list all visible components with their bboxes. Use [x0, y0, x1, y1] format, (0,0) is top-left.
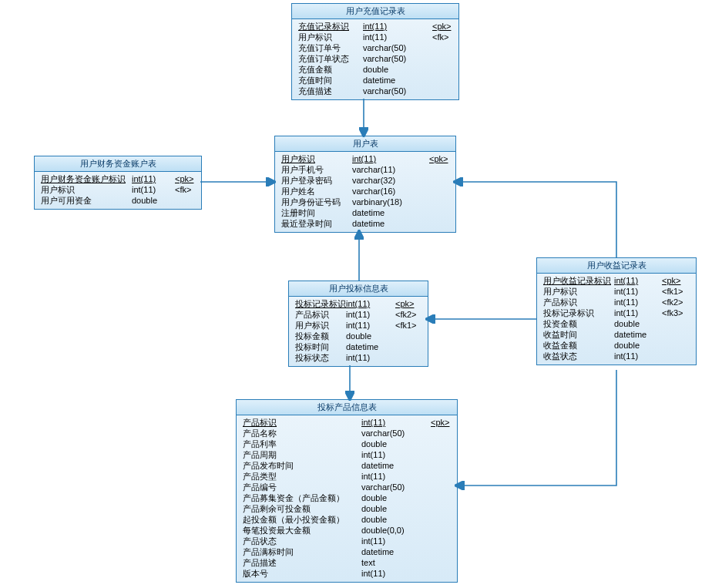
- field-key: [426, 460, 457, 471]
- field-name: 用户标识: [298, 32, 358, 42]
- field-row: 产品募集资金（产品金额）double: [243, 492, 451, 503]
- field-key: [391, 341, 426, 352]
- field-key: [426, 438, 457, 449]
- field-row: 充值订单状态varchar(50): [298, 53, 452, 64]
- field-key: [428, 42, 458, 53]
- field-row: 充值金额double: [298, 64, 452, 75]
- field-type: int(11): [357, 568, 426, 579]
- field-type: double: [127, 195, 170, 206]
- field-type: varbinary(18): [348, 197, 425, 207]
- field-name: 产品利率: [243, 438, 357, 449]
- field-type: int(11): [610, 351, 657, 361]
- field-key: [170, 195, 201, 206]
- field-type: int(11): [357, 471, 426, 482]
- field-type: int(11): [127, 173, 170, 184]
- field-type: datetime: [358, 75, 428, 86]
- field-row: 用户标识int(11)<fk1>: [543, 286, 690, 297]
- field-type: double: [357, 514, 426, 525]
- field-key: [428, 64, 458, 75]
- field-row: 用户标识int(11)<pk>: [281, 153, 449, 164]
- field-key: <fk>: [170, 184, 201, 195]
- field-key: [657, 351, 694, 361]
- entity-title: 投标产品信息表: [237, 400, 457, 415]
- entity-account: 用户财务资金账户表 用户财务资金账户标识int(11)<pk>用户标识int(1…: [34, 156, 202, 210]
- er-diagram: 用户充值记录表 充值记录标识int(11)<pk>用户标识int(11)<fk>…: [0, 0, 722, 588]
- field-name: 产品名称: [243, 428, 357, 438]
- field-row: 产品发布时间datetime: [243, 460, 451, 471]
- field-key: [426, 557, 457, 568]
- entity-recharge: 用户充值记录表 充值记录标识int(11)<pk>用户标识int(11)<fk>…: [291, 3, 459, 100]
- field-row: 充值订单号varchar(50): [298, 42, 452, 53]
- field-type: varchar(16): [348, 186, 425, 197]
- entity-body: 充值记录标识int(11)<pk>用户标识int(11)<fk>充值订单号var…: [292, 19, 458, 99]
- field-name: 用户手机号: [281, 164, 348, 175]
- field-key: [426, 525, 457, 536]
- field-type: datetime: [357, 460, 426, 471]
- field-name: 版本号: [243, 568, 357, 579]
- field-row: 产品剩余可投金额double: [243, 503, 451, 514]
- field-type: int(11): [341, 320, 391, 331]
- field-row: 用户登录密码varchar(32): [281, 175, 449, 186]
- field-name: 充值金额: [298, 64, 358, 75]
- field-name: 投标记录标识: [295, 298, 341, 309]
- field-name: 投标时间: [295, 341, 341, 352]
- entity-title: 用户投标信息表: [289, 281, 428, 297]
- field-key: [425, 164, 455, 175]
- field-type: int(11): [341, 298, 391, 309]
- field-row: 用户身份证号码varbinary(18): [281, 197, 449, 207]
- field-key: [425, 186, 455, 197]
- field-type: double: [357, 492, 426, 503]
- entity-body: 用户财务资金账户标识int(11)<pk>用户标识int(11)<fk>用户可用…: [35, 172, 201, 209]
- field-row: 产品利率double: [243, 438, 451, 449]
- entity-body: 用户标识int(11)<pk>用户手机号varchar(11)用户登录密码var…: [275, 152, 455, 232]
- field-name: 产品编号: [243, 482, 357, 492]
- field-type: double(0,0): [357, 525, 426, 536]
- field-type: int(11): [358, 21, 428, 32]
- entity-user: 用户表 用户标识int(11)<pk>用户手机号varchar(11)用户登录密…: [274, 136, 456, 233]
- field-name: 收益时间: [543, 329, 610, 340]
- field-key: <fk>: [428, 32, 458, 42]
- field-row: 充值时间datetime: [298, 75, 452, 86]
- field-row: 投标记录标识int(11)<pk>: [295, 298, 421, 309]
- field-type: int(11): [610, 275, 657, 286]
- field-row: 产品标识int(11)<fk2>: [295, 309, 421, 320]
- field-key: [391, 352, 426, 363]
- field-key: <fk1>: [391, 320, 426, 331]
- field-row: 投标记录标识int(11)<fk3>: [543, 307, 690, 318]
- field-name: 收益金额: [543, 340, 610, 351]
- field-row: 最近登录时间datetime: [281, 218, 449, 229]
- field-name: 充值订单状态: [298, 53, 358, 64]
- field-type: double: [357, 438, 426, 449]
- field-key: <pk>: [170, 173, 201, 184]
- field-type: int(11): [610, 286, 657, 297]
- field-row: 投标状态int(11): [295, 352, 421, 363]
- entity-product: 投标产品信息表 产品标识int(11)<pk>产品名称varchar(50)产品…: [236, 399, 458, 583]
- field-row: 用户财务资金账户标识int(11)<pk>: [41, 173, 195, 184]
- field-type: datetime: [610, 329, 657, 340]
- field-type: datetime: [341, 341, 391, 352]
- entity-bid: 用户投标信息表 投标记录标识int(11)<pk>产品标识int(11)<fk2…: [288, 281, 428, 367]
- field-row: 产品类型int(11): [243, 471, 451, 482]
- field-key: [391, 331, 426, 341]
- field-row: 用户标识int(11)<fk1>: [295, 320, 421, 331]
- field-name: 充值订单号: [298, 42, 358, 53]
- field-name: 用户标识: [281, 153, 348, 164]
- field-name: 产品发布时间: [243, 460, 357, 471]
- field-row: 每笔投资最大金额double(0,0): [243, 525, 451, 536]
- field-key: [428, 86, 458, 96]
- field-row: 投标时间datetime: [295, 341, 421, 352]
- field-type: varchar(50): [357, 482, 426, 492]
- field-row: 产品周期int(11): [243, 449, 451, 460]
- field-type: varchar(50): [357, 428, 426, 438]
- field-key: [426, 428, 457, 438]
- field-row: 投资金额double: [543, 318, 690, 329]
- field-key: [657, 318, 694, 329]
- field-name: 最近登录时间: [281, 218, 348, 229]
- entity-title: 用户表: [275, 136, 455, 152]
- field-key: [426, 503, 457, 514]
- field-name: 用户财务资金账户标识: [41, 173, 127, 184]
- field-row: 充值描述varchar(50): [298, 86, 452, 96]
- field-key: [425, 207, 455, 218]
- field-type: int(11): [610, 307, 657, 318]
- entity-body: 产品标识int(11)<pk>产品名称varchar(50)产品利率double…: [237, 415, 457, 582]
